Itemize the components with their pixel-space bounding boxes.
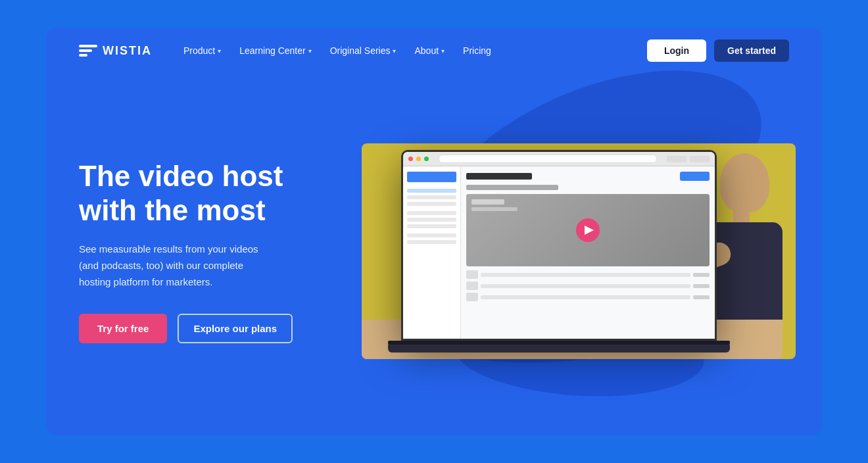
- outer-wrapper: WISTIA Product ▾ Learning Center ▾ Origi…: [0, 0, 868, 463]
- hero-title: The video host with the most: [79, 159, 316, 229]
- nav-item-product[interactable]: Product ▾: [176, 40, 229, 61]
- app-body: [403, 166, 715, 339]
- video-thumbnail-area: [466, 194, 710, 266]
- traffic-light-green: [424, 157, 429, 161]
- laptop-base: [388, 345, 730, 353]
- nav-item-learning-center[interactable]: Learning Center ▾: [231, 40, 319, 61]
- login-button[interactable]: Login: [647, 39, 706, 62]
- list-item: [466, 270, 710, 279]
- navbar: WISTIA Product ▾ Learning Center ▾ Origi…: [46, 28, 822, 74]
- laptop: [401, 150, 743, 353]
- about-chevron: ▾: [441, 47, 445, 55]
- browser-window: WISTIA Product ▾ Learning Center ▾ Origi…: [46, 28, 822, 435]
- traffic-light-yellow: [416, 157, 421, 161]
- traffic-light-red: [408, 157, 413, 161]
- hero-buttons: Try for free Explore our plans: [79, 314, 316, 343]
- content-list: [466, 270, 710, 301]
- original-series-chevron: ▾: [393, 47, 396, 55]
- play-button[interactable]: [576, 218, 600, 242]
- app-main-content: [461, 166, 715, 339]
- list-item: [466, 281, 710, 290]
- logo[interactable]: WISTIA: [79, 44, 152, 58]
- laptop-screen: [401, 150, 717, 341]
- url-bar: [439, 155, 657, 163]
- wistia-logo-icon: [79, 45, 97, 57]
- nav-actions: Login Get started: [647, 39, 789, 62]
- hero-content: The video host with the most See measura…: [79, 159, 316, 344]
- nav-item-about[interactable]: About ▾: [406, 40, 452, 61]
- app-ui: [403, 152, 715, 339]
- logo-text: WISTIA: [103, 44, 152, 58]
- learning-center-chevron: ▾: [308, 47, 312, 55]
- hero-visual: [342, 150, 789, 353]
- nav-item-pricing[interactable]: Pricing: [455, 40, 499, 61]
- get-started-button[interactable]: Get started: [714, 39, 789, 62]
- browser-chrome: [403, 152, 715, 166]
- play-triangle-icon: [585, 226, 594, 235]
- product-chevron: ▾: [218, 47, 221, 55]
- try-free-button[interactable]: Try for free: [79, 314, 167, 343]
- explore-plans-button[interactable]: Explore our plans: [178, 314, 293, 343]
- app-sidebar: [403, 166, 461, 339]
- hero-description: See measurable results from your videos …: [79, 241, 270, 290]
- nav-item-original-series[interactable]: Original Series ▾: [322, 40, 404, 61]
- list-item: [466, 293, 710, 301]
- nav-links: Product ▾ Learning Center ▾ Original Ser…: [176, 40, 647, 61]
- hero-section: The video host with the most See measura…: [46, 74, 822, 435]
